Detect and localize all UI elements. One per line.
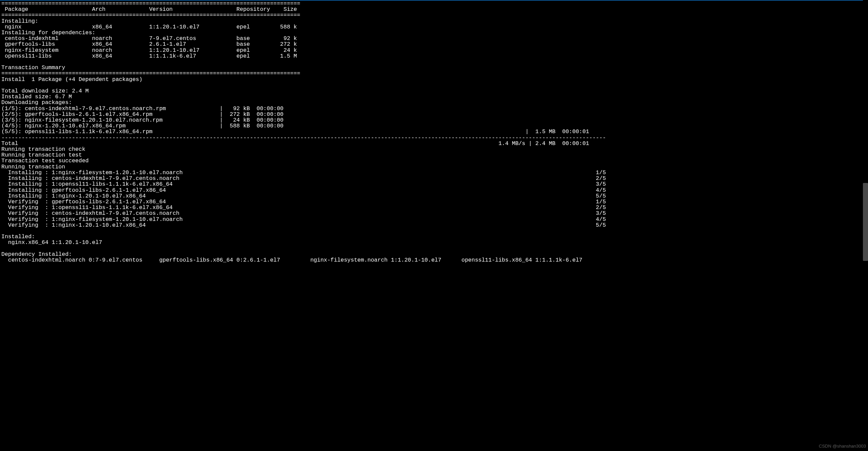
scrollbar-thumb[interactable] bbox=[863, 183, 868, 261]
terminal-output[interactable]: ========================================… bbox=[0, 1, 868, 263]
vertical-scrollbar[interactable] bbox=[863, 0, 868, 451]
watermark-text: CSDN @shanshan3003 bbox=[819, 443, 866, 449]
